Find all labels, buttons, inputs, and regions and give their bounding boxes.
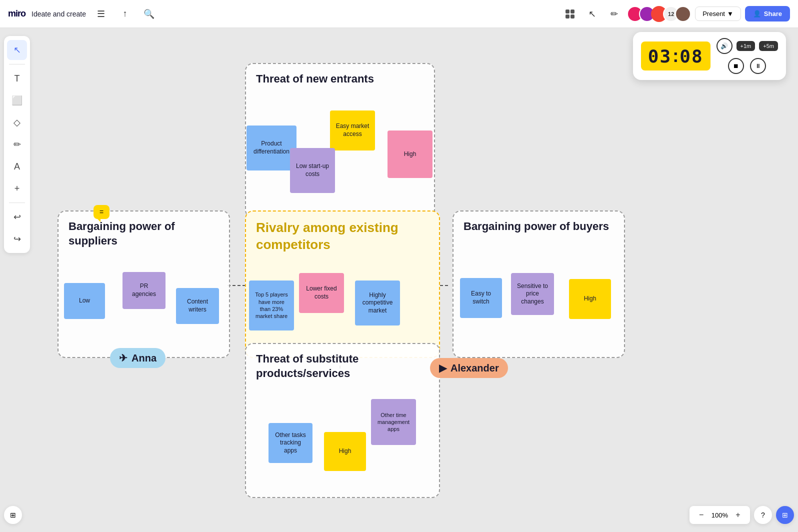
miro-logo: miro xyxy=(8,8,26,19)
sidebar-tool-sticky[interactable]: ⬜ xyxy=(7,90,27,110)
sidebar-tool-select[interactable]: ↖ xyxy=(7,40,27,60)
sticky-other-tasks[interactable]: Other tasks tracking apps xyxy=(268,423,312,463)
sidebar-tool-undo[interactable]: ↩ xyxy=(7,207,27,227)
sticky-top5-players[interactable]: Top 5 players have more than 23% market … xyxy=(249,280,294,330)
sticky-low-startup[interactable]: Low start-up costs xyxy=(290,148,335,193)
timer-display: 03 : 08 xyxy=(641,42,710,70)
bottom-bar-right: − 100% + ? ⊞ xyxy=(690,506,794,524)
suppliers-title: Bargaining power of suppliers xyxy=(58,212,229,248)
topbar: miro Ideate and create ☰ ↑ 🔍 ↖ ✏ 12 Pres… xyxy=(0,0,798,28)
sticky-high-substitute[interactable]: High xyxy=(324,432,366,471)
timer-pause-button[interactable]: ⏸ xyxy=(750,58,766,74)
canvas[interactable]: Threat of new entrants Product different… xyxy=(0,28,798,532)
alexander-label: Alexander xyxy=(450,362,499,374)
sidebar-tool-redo[interactable]: ↪ xyxy=(7,229,27,249)
help-button[interactable]: ? xyxy=(754,506,772,524)
comment-bubble[interactable]: = xyxy=(94,205,110,219)
bottom-bar-left: ⊞ xyxy=(4,506,22,524)
avatar-group: 12 xyxy=(627,6,691,22)
present-button[interactable]: Present ▼ xyxy=(695,6,741,21)
topbar-right: ↖ ✏ 12 Present ▼ 👤 Share xyxy=(561,5,790,23)
avatar-3 xyxy=(675,6,691,22)
sticky-pr-agencies[interactable]: PR agencies xyxy=(122,272,166,309)
sticky-other-time[interactable]: Other time management apps xyxy=(371,399,416,445)
buyers-title: Bargaining power of buyers xyxy=(454,212,624,234)
sidebar-tool-text[interactable]: T xyxy=(7,68,27,88)
board-title[interactable]: Ideate and create xyxy=(32,10,86,18)
rivalry-title: Rivalry among existing competitors xyxy=(246,212,439,254)
timer-controls: 🔊 +1m +5m ⏹ ⏸ xyxy=(716,38,778,74)
timer-stop-button[interactable]: ⏹ xyxy=(728,58,744,74)
zoom-level: 100% xyxy=(712,512,728,519)
share-button[interactable]: 👤 Share xyxy=(745,6,790,22)
left-sidebar: ↖ T ⬜ ◇ ✏ A + ↩ ↪ xyxy=(4,36,30,253)
sticky-content-writers[interactable]: Content writers xyxy=(176,288,219,324)
menu-button[interactable]: ☰ xyxy=(92,5,110,23)
zoom-control: − 100% + xyxy=(690,506,750,524)
timer-sound-button[interactable]: 🔊 xyxy=(716,38,732,54)
sticky-high-buyers[interactable]: High xyxy=(569,279,611,319)
sidebar-tool-text-format[interactable]: A xyxy=(7,156,27,176)
timer-add-1m-button[interactable]: +1m xyxy=(736,41,756,51)
pen-tool-button[interactable]: ✏ xyxy=(605,5,623,23)
timer-add-5m-button[interactable]: +5m xyxy=(759,41,778,51)
sticky-product-diff[interactable]: Product differentiation xyxy=(246,126,296,170)
cursor-button[interactable]: ↖ xyxy=(583,5,601,23)
sticky-sensitive-price[interactable]: Sensitive to price changes xyxy=(511,273,554,315)
zoom-in-button[interactable]: + xyxy=(732,509,744,521)
anna-label: Anna xyxy=(132,352,156,364)
cursor-anna: ✈ Anna xyxy=(110,348,166,368)
sticky-easy-switch[interactable]: Easy to switch xyxy=(460,278,502,318)
sticky-highly-competitive[interactable]: Highly competitive market xyxy=(355,280,400,326)
zoom-out-button[interactable]: − xyxy=(696,509,708,521)
substitute-title: Threat of substitute products/services xyxy=(246,344,439,380)
threat-new-entrants-title: Threat of new entrants xyxy=(246,64,434,86)
apps-bottom-button[interactable]: ⊞ xyxy=(776,506,794,524)
timer-widget: 03 : 08 🔊 +1m +5m ⏹ ⏸ xyxy=(633,32,786,80)
share-board-button[interactable]: ↑ xyxy=(116,5,134,23)
sidebar-tool-add[interactable]: + xyxy=(7,178,27,198)
sidebar-tool-shapes[interactable]: ◇ xyxy=(7,112,27,132)
cursor-alexander: ▶ Alexander xyxy=(430,358,508,378)
timer-minutes: 03 xyxy=(648,46,672,66)
timer-seconds: 08 xyxy=(680,46,703,66)
sticky-easy-market[interactable]: Easy market access xyxy=(330,110,375,150)
apps-button[interactable] xyxy=(561,5,579,23)
search-button[interactable]: 🔍 xyxy=(140,5,158,23)
sticky-lower-fixed[interactable]: Lower fixed costs xyxy=(299,273,344,313)
panel-toggle-button[interactable]: ⊞ xyxy=(4,506,22,524)
sidebar-tool-pen[interactable]: ✏ xyxy=(7,134,27,154)
sticky-high-1[interactable]: High xyxy=(388,130,432,178)
sticky-low-suppliers[interactable]: Low xyxy=(64,283,105,319)
timer-colon: : xyxy=(672,46,678,66)
